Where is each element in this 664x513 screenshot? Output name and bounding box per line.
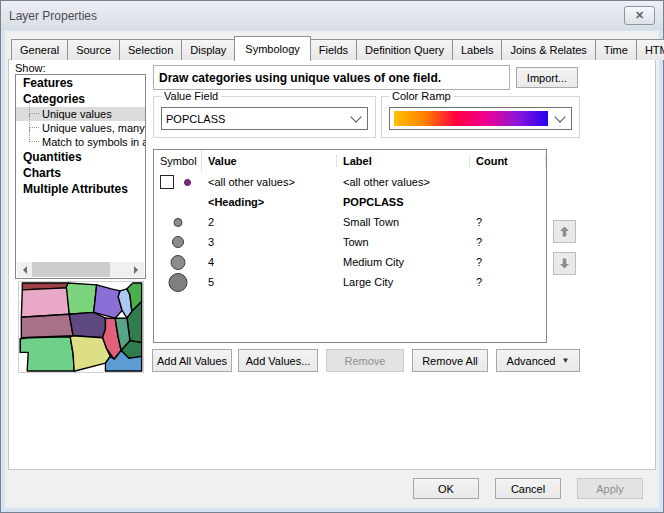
tab-time[interactable]: Time: [595, 39, 637, 60]
close-button[interactable]: ✕: [624, 6, 655, 25]
tab-source[interactable]: Source: [67, 39, 120, 60]
state-violet: [94, 285, 122, 318]
tab-display[interactable]: Display: [181, 39, 235, 60]
close-icon: ✕: [635, 9, 644, 22]
titlebar[interactable]: Layer Properties ✕: [1, 1, 663, 30]
color-ramp-swatch: [394, 111, 548, 126]
states-map-image: [19, 282, 143, 372]
chevron-down-icon: [554, 111, 565, 122]
remove-button[interactable]: Remove: [326, 349, 404, 372]
circle-symbol-icon[interactable]: [174, 218, 183, 227]
color-ramp-group: Color Ramp: [381, 96, 580, 138]
tab-selection[interactable]: Selection: [119, 39, 182, 60]
table-row[interactable]: 2 Small Town ?: [154, 212, 546, 232]
import-button[interactable]: Import...: [516, 67, 578, 88]
tree-horizontal-scrollbar[interactable]: [17, 262, 144, 277]
state-green-top: [66, 283, 96, 314]
map-preview: [18, 281, 144, 373]
ok-button[interactable]: OK: [413, 478, 479, 499]
tab-symbology[interactable]: Symbology: [234, 36, 310, 61]
layer-properties-dialog: Layer Properties ✕ General Source Select…: [0, 0, 664, 513]
show-tree: Features Categories Unique values Unique…: [15, 74, 146, 279]
scroll-right-icon: [134, 266, 142, 274]
move-down-button[interactable]: [553, 252, 576, 275]
state-yellow: [70, 336, 110, 371]
all-other-values-symbol-icon[interactable]: [184, 179, 191, 186]
tree-item-charts[interactable]: Charts: [16, 165, 145, 181]
color-ramp-label: Color Ramp: [389, 90, 454, 102]
cancel-button[interactable]: Cancel: [495, 478, 561, 499]
arrow-down-icon: [558, 257, 571, 270]
state-mauve: [21, 314, 73, 337]
all-other-values-checkbox[interactable]: [160, 175, 174, 189]
tab-labels[interactable]: Labels: [452, 39, 502, 60]
show-label: Show:: [15, 62, 46, 74]
tab-html-popup[interactable]: HTML Popup: [636, 39, 664, 60]
header-count: Count: [470, 155, 546, 167]
circle-symbol-icon[interactable]: [169, 273, 188, 292]
tree-item-quantities[interactable]: Quantities: [16, 149, 145, 165]
tab-joins-relates[interactable]: Joins & Relates: [501, 39, 595, 60]
tab-strip: General Source Selection Display Symbolo…: [11, 36, 653, 60]
value-field-group: Value Field POPCLASS: [153, 96, 376, 138]
tree-item-match-to-symbols[interactable]: Match to symbols in a: [16, 135, 145, 149]
color-ramp-dropdown[interactable]: [389, 107, 572, 130]
table-row-heading[interactable]: <Heading> POPCLASS: [154, 192, 546, 212]
window-title: Layer Properties: [9, 9, 97, 23]
value-field-dropdown[interactable]: POPCLASS: [161, 107, 368, 130]
tree-item-features[interactable]: Features: [16, 75, 145, 91]
apply-button[interactable]: Apply: [577, 478, 643, 499]
symbology-page: Show: Features Categories Unique values …: [8, 59, 656, 470]
header-label: Label: [337, 155, 470, 167]
values-table: Symbol Value Label Count <all other valu…: [153, 149, 547, 343]
state-green-bottom: [20, 337, 74, 371]
header-value: Value: [202, 155, 337, 167]
arrow-up-icon: [558, 225, 571, 238]
value-field-value: POPCLASS: [166, 113, 352, 125]
remove-all-button[interactable]: Remove All: [412, 349, 488, 372]
add-values-button[interactable]: Add Values...: [238, 349, 318, 372]
add-all-values-button[interactable]: Add All Values: [152, 349, 232, 372]
table-header-row: Symbol Value Label Count: [154, 150, 546, 172]
table-row[interactable]: <all other values> <all other values>: [154, 172, 546, 192]
value-field-label: Value Field: [161, 90, 221, 102]
state-darkpurple: [69, 312, 105, 337]
circle-symbol-icon[interactable]: [171, 255, 186, 270]
dropdown-caret-icon: ▼: [562, 356, 570, 365]
tree-item-multiple-attributes[interactable]: Multiple Attributes: [16, 181, 145, 197]
tab-general[interactable]: General: [11, 39, 68, 60]
dialog-body: General Source Selection Display Symbolo…: [5, 31, 659, 508]
move-up-button[interactable]: [553, 220, 576, 243]
advanced-button[interactable]: Advanced ▼: [496, 349, 580, 372]
tab-fields[interactable]: Fields: [310, 39, 357, 60]
method-description: Draw categories using unique values of o…: [153, 65, 510, 90]
table-row[interactable]: 4 Medium City ?: [154, 252, 546, 272]
scrollbar-thumb[interactable]: [32, 262, 110, 277]
header-symbol: Symbol: [154, 150, 202, 172]
chevron-down-icon: [350, 111, 361, 122]
circle-symbol-icon[interactable]: [172, 236, 184, 248]
state-pink: [21, 288, 69, 317]
tab-definition-query[interactable]: Definition Query: [356, 39, 453, 60]
table-row[interactable]: 5 Large City ?: [154, 272, 546, 292]
table-row[interactable]: 3 Town ?: [154, 232, 546, 252]
scroll-left-icon: [19, 266, 27, 274]
